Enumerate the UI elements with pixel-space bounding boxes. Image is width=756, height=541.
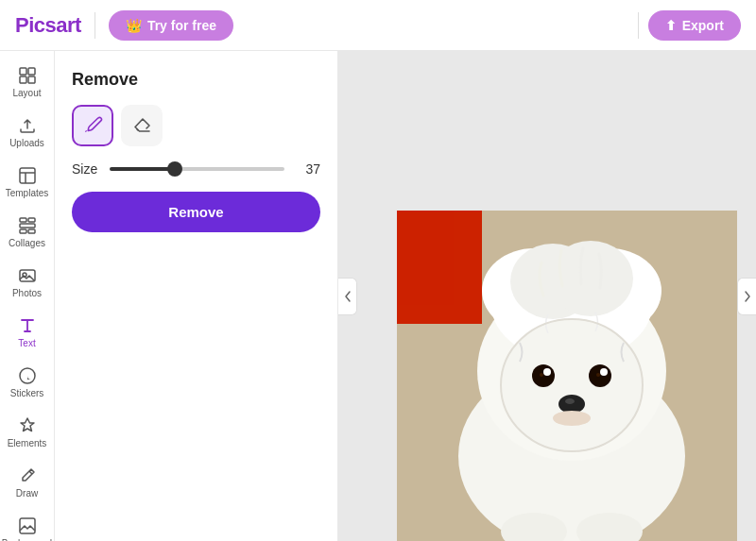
svg-point-23 (532, 364, 555, 387)
collapse-panel-button[interactable] (338, 278, 357, 315)
svg-rect-4 (20, 168, 35, 183)
sidebar-label-draw: Draw (16, 488, 38, 499)
crown-icon: 👑 (126, 18, 142, 33)
sidebar-label-elements: Elements (8, 438, 47, 449)
sidebar-label-text: Text (18, 338, 35, 349)
tool-panel-title: Remove (72, 70, 320, 90)
tool-panel: Remove Size 37 Remove (55, 51, 338, 541)
logo-divider (94, 12, 95, 39)
sidebar-item-uploads[interactable]: Uploads (4, 109, 51, 157)
sidebar-item-background[interactable]: Background (4, 509, 51, 541)
svg-point-31 (553, 411, 591, 426)
svg-point-25 (543, 368, 551, 376)
logo: Picsart (15, 13, 81, 38)
sidebar-label-templates: Templates (6, 188, 49, 199)
svg-rect-3 (28, 76, 35, 83)
svg-rect-1 (28, 68, 35, 75)
tool-buttons-row (72, 105, 320, 146)
svg-rect-9 (28, 229, 35, 233)
sidebar-item-collages[interactable]: Collages (4, 209, 51, 257)
svg-rect-5 (20, 218, 26, 222)
size-label: Size (72, 161, 100, 177)
remove-button[interactable]: Remove (72, 192, 320, 232)
svg-point-26 (600, 368, 608, 376)
sidebar-item-layout[interactable]: Layout (4, 59, 51, 107)
try-free-label: Try for free (147, 18, 216, 33)
svg-rect-35 (397, 211, 454, 305)
sidebar-item-text[interactable]: Text (4, 309, 51, 357)
draw-icon (18, 466, 37, 485)
svg-rect-12 (20, 518, 35, 533)
svg-rect-6 (28, 218, 35, 222)
svg-rect-2 (20, 76, 26, 83)
text-icon (18, 316, 37, 335)
header-divider (638, 12, 639, 39)
sidebar-label-photos: Photos (12, 288, 42, 299)
svg-point-27 (540, 373, 543, 377)
layout-icon (18, 66, 37, 85)
sidebar-item-stickers[interactable]: Stickers (4, 359, 51, 407)
export-icon: ⬆ (665, 18, 677, 33)
size-row: Size 37 (72, 161, 320, 177)
sidebar-item-elements[interactable]: Elements (4, 409, 51, 457)
main: Layout Uploads Templates Collages Photos (0, 51, 756, 541)
sidebar: Layout Uploads Templates Collages Photos (0, 51, 55, 541)
svg-rect-0 (20, 68, 26, 75)
header: Picsart 👑 Try for free ⬆ Export (0, 0, 756, 51)
collages-icon (18, 216, 37, 235)
export-button[interactable]: ⬆ Export (648, 10, 741, 41)
header-left: Picsart 👑 Try for free (15, 10, 233, 41)
eraser-tool-button[interactable] (121, 105, 163, 146)
size-value: 37 (294, 161, 320, 177)
svg-point-24 (589, 364, 611, 387)
header-right: ⬆ Export (638, 10, 741, 41)
uploads-icon (18, 116, 37, 135)
sidebar-item-draw[interactable]: Draw (4, 459, 51, 507)
templates-icon (18, 166, 37, 185)
svg-rect-8 (20, 229, 26, 233)
background-icon (18, 516, 37, 535)
sidebar-label-uploads: Uploads (9, 138, 44, 149)
svg-point-30 (565, 398, 575, 404)
sidebar-label-collages: Collages (9, 238, 45, 249)
size-slider[interactable] (110, 167, 284, 171)
sidebar-label-layout: Layout (12, 88, 41, 99)
canvas-area[interactable] (338, 51, 756, 541)
sidebar-item-templates[interactable]: Templates (4, 159, 51, 207)
export-label: Export (682, 18, 724, 33)
brush-tool-button[interactable] (72, 105, 113, 146)
stickers-icon (18, 366, 37, 385)
svg-point-28 (596, 373, 600, 377)
sidebar-item-photos[interactable]: Photos (4, 259, 51, 307)
dog-image (397, 211, 737, 541)
elements-icon (18, 416, 37, 435)
try-free-button[interactable]: 👑 Try for free (109, 10, 233, 41)
sidebar-label-stickers: Stickers (10, 388, 44, 399)
svg-rect-7 (20, 224, 35, 228)
photos-icon (18, 266, 37, 285)
expand-right-button[interactable] (737, 278, 756, 315)
